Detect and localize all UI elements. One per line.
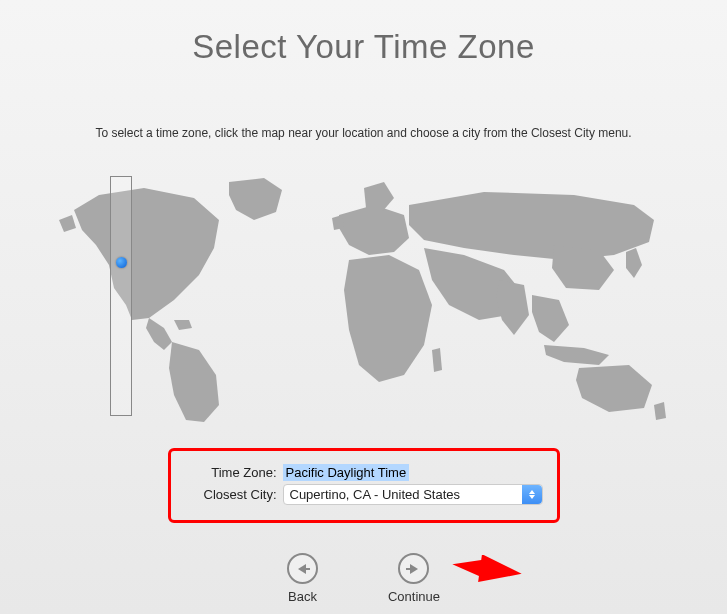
annotation-arrow-icon xyxy=(452,555,522,593)
continue-button[interactable]: Continue xyxy=(388,553,440,604)
closest-city-label: Closest City: xyxy=(185,487,277,502)
closest-city-value: Cupertino, CA - United States xyxy=(290,487,461,502)
page-title: Select Your Time Zone xyxy=(0,0,727,66)
back-button[interactable]: Back xyxy=(287,553,318,604)
nav-buttons: Back Continue xyxy=(0,553,727,604)
chevron-updown-icon xyxy=(522,485,542,504)
closest-city-select[interactable]: Cupertino, CA - United States xyxy=(283,484,543,505)
location-pin-icon xyxy=(116,257,127,268)
instruction-text: To select a time zone, click the map nea… xyxy=(0,126,727,140)
world-map-svg xyxy=(54,170,674,430)
continue-label: Continue xyxy=(388,589,440,604)
world-map[interactable] xyxy=(54,170,674,430)
timezone-form-highlight: Time Zone: Pacific Daylight Time Closest… xyxy=(168,448,560,523)
arrow-left-icon xyxy=(287,553,318,584)
back-label: Back xyxy=(288,589,317,604)
timezone-label: Time Zone: xyxy=(185,465,277,480)
timezone-value[interactable]: Pacific Daylight Time xyxy=(283,464,410,481)
arrow-right-icon xyxy=(398,553,429,584)
svg-marker-0 xyxy=(452,555,522,588)
